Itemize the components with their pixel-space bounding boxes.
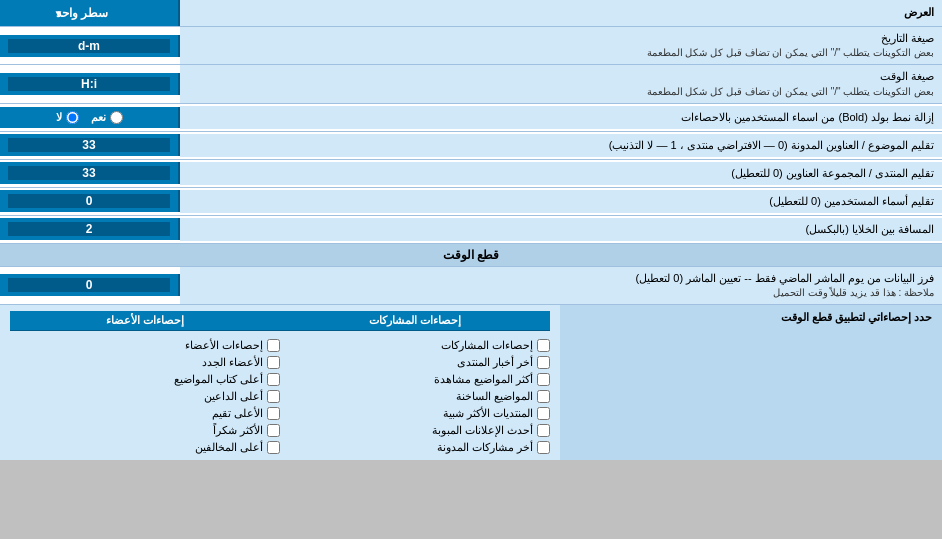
bold-yes-radio[interactable] <box>110 111 123 124</box>
date-format-input-container <box>0 35 180 57</box>
topic-titles-input-container <box>0 134 180 156</box>
cb-forum-news-label: أخر أخبار المنتدى <box>457 356 533 369</box>
cb-top-rated[interactable] <box>267 407 280 420</box>
checkbox-forum-news: أخر أخبار المنتدى <box>280 356 550 369</box>
date-format-row: صيغة التاريخ بعض التكوينات يتطلب "/" الت… <box>0 27 942 65</box>
checkbox-new-members: الأعضاء الجدد <box>10 356 280 369</box>
bold-remove-radio-container: نعم لا <box>0 107 180 128</box>
topic-titles-input[interactable] <box>8 138 170 152</box>
topic-titles-row: تقليم الموضوع / العناوين المدونة (0 — ال… <box>0 132 942 160</box>
header-label-right: العرض <box>180 1 942 24</box>
cb-most-viewed-label: أكثر المواضيع مشاهدة <box>434 373 533 386</box>
cells-spacing-label: المسافة بين الخلايا (بالبكسل) <box>180 218 942 241</box>
forum-titles-input[interactable] <box>8 166 170 180</box>
checkbox-recent: المواضيع الساخنة <box>280 390 550 403</box>
cb-new-members-label: الأعضاء الجدد <box>202 356 263 369</box>
checkbox-col-2: إحصاءات الأعضاء إحصاءات الأعضاء الأعضاء … <box>10 311 280 454</box>
cb-similar[interactable] <box>537 407 550 420</box>
col1-header: إحصاءات المشاركات <box>280 311 550 331</box>
bold-remove-row: إزالة نمط بولد (Bold) من اسماء المستخدمي… <box>0 104 942 132</box>
cb-shared-notes-label: أخر مشاركات المدونة <box>437 441 533 454</box>
checkbox-members-stats: إحصاءات الأعضاء <box>10 339 280 352</box>
checkboxes-container: إحصاءات المشاركات إحصاءات المشاركات أخر … <box>0 305 560 460</box>
cb-forum-news[interactable] <box>537 356 550 369</box>
cb-top-posters2-label: أعلى الداعين <box>204 390 263 403</box>
cb-top-posters[interactable] <box>267 373 280 386</box>
col2-header: إحصاءات الأعضاء <box>10 311 280 331</box>
bold-yes-label[interactable]: نعم <box>91 111 123 124</box>
time-format-label: صيغة الوقت بعض التكوينات يتطلب "/" التي … <box>180 65 942 102</box>
header-dropdown-container: سطر واحد سطران ثلاثة أسطر <box>0 0 180 26</box>
forum-titles-input-container <box>0 162 180 184</box>
cb-similar-label: المنتديات الأكثر شبية <box>443 407 533 420</box>
apply-label-container: حدد إحصاءاتي لتطبيق قطع الوقت <box>560 305 942 460</box>
topic-titles-label: تقليم الموضوع / العناوين المدونة (0 — ال… <box>180 134 942 157</box>
forum-titles-label: تقليم المنتدى / المجموعة العناوين (0 للت… <box>180 162 942 185</box>
cutoff-input-container <box>0 274 180 296</box>
cb-shared-notes[interactable] <box>537 441 550 454</box>
view-mode-select[interactable]: سطر واحد سطران ثلاثة أسطر <box>50 3 129 23</box>
usernames-trim-input[interactable] <box>8 194 170 208</box>
time-format-input-container <box>0 73 180 95</box>
forum-titles-row: تقليم المنتدى / المجموعة العناوين (0 للت… <box>0 160 942 188</box>
bold-remove-label: إزالة نمط بولد (Bold) من اسماء المستخدمي… <box>180 106 942 129</box>
cutoff-row: فرز البيانات من يوم الماشر الماضي فقط --… <box>0 267 942 305</box>
checkbox-most-viewed: أكثر المواضيع مشاهدة <box>280 373 550 386</box>
checkbox-columns: إحصاءات المشاركات إحصاءات المشاركات أخر … <box>10 311 550 454</box>
cb-new-members[interactable] <box>267 356 280 369</box>
checkbox-similar: المنتديات الأكثر شبية <box>280 407 550 420</box>
bold-no-label[interactable]: لا <box>56 111 79 124</box>
checkbox-col-1: إحصاءات المشاركات إحصاءات المشاركات أخر … <box>280 311 550 454</box>
checkbox-ads: أحدث الإعلانات المبوبة <box>280 424 550 437</box>
cb-members-stats[interactable] <box>267 339 280 352</box>
cb-most-thanked[interactable] <box>267 424 280 437</box>
cb-members-stats-label: إحصاءات الأعضاء <box>185 339 263 352</box>
bold-no-radio[interactable] <box>66 111 79 124</box>
cells-spacing-input-container <box>0 218 180 240</box>
cb-ads[interactable] <box>537 424 550 437</box>
bold-yes-text: نعم <box>91 111 106 124</box>
date-format-input[interactable] <box>8 39 170 53</box>
cb-most-thanked-label: الأكثر شكراً <box>213 424 263 437</box>
usernames-trim-row: تقليم أسماء المستخدمين (0 للتعطيل) <box>0 188 942 216</box>
cb-ads-label: أحدث الإعلانات المبوبة <box>432 424 533 437</box>
cb-recent-label: المواضيع الساخنة <box>456 390 533 403</box>
date-format-label: صيغة التاريخ بعض التكوينات يتطلب "/" الت… <box>180 27 942 64</box>
cutoff-input[interactable] <box>8 278 170 292</box>
checkbox-top-rated: الأعلى تقيم <box>10 407 280 420</box>
usernames-trim-label: تقليم أسماء المستخدمين (0 للتعطيل) <box>180 190 942 213</box>
view-mode-select-wrapper[interactable]: سطر واحد سطران ثلاثة أسطر <box>50 3 129 23</box>
checkbox-shared-notes: أخر مشاركات المدونة <box>280 441 550 454</box>
checkbox-most-thanked: الأكثر شكراً <box>10 424 280 437</box>
bold-no-text: لا <box>56 111 62 124</box>
checkbox-top-posters2: أعلى الداعين <box>10 390 280 403</box>
cutoff-section-header: قطع الوقت <box>0 244 942 267</box>
cb-top-rated-label: الأعلى تقيم <box>212 407 263 420</box>
bottom-section: حدد إحصاءاتي لتطبيق قطع الوقت إحصاءات ال… <box>0 305 942 460</box>
checkbox-shares: إحصاءات المشاركات <box>280 339 550 352</box>
cb-recent[interactable] <box>537 390 550 403</box>
checkbox-top-posters: أعلى كتاب المواضيع <box>10 373 280 386</box>
cells-spacing-input[interactable] <box>8 222 170 236</box>
cb-top-posters2[interactable] <box>267 390 280 403</box>
cb-top-visitors[interactable] <box>267 441 280 454</box>
cb-most-viewed[interactable] <box>537 373 550 386</box>
time-format-input[interactable] <box>8 77 170 91</box>
cells-spacing-row: المسافة بين الخلايا (بالبكسل) <box>0 216 942 244</box>
time-format-row: صيغة الوقت بعض التكوينات يتطلب "/" التي … <box>0 65 942 103</box>
cb-shares[interactable] <box>537 339 550 352</box>
cb-shares-label: إحصاءات المشاركات <box>441 339 533 352</box>
apply-label-text: حدد إحصاءاتي لتطبيق قطع الوقت <box>781 311 932 323</box>
cb-top-visitors-label: أعلى المخالفين <box>195 441 263 454</box>
cutoff-label: فرز البيانات من يوم الماشر الماضي فقط --… <box>180 267 942 304</box>
usernames-trim-input-container <box>0 190 180 212</box>
checkbox-top-visitors: أعلى المخالفين <box>10 441 280 454</box>
cb-top-posters-label: أعلى كتاب المواضيع <box>174 373 263 386</box>
